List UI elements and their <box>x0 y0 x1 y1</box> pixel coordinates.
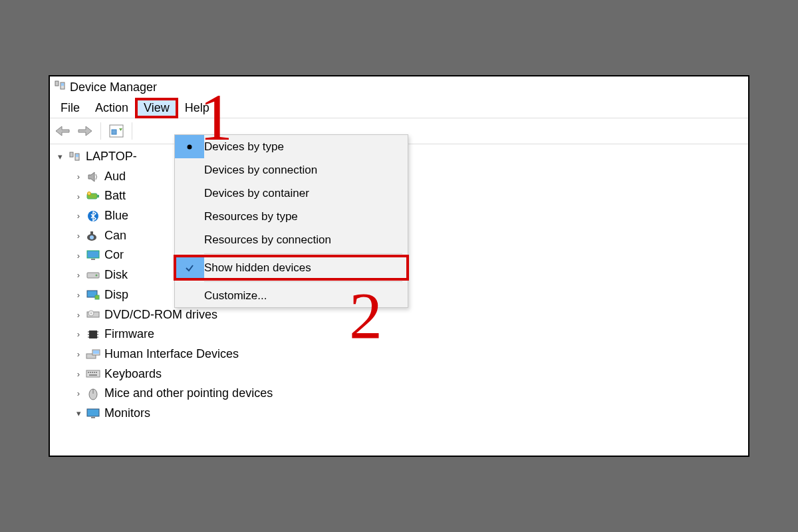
menu-devices-by-type[interactable]: Devices by type <box>175 135 408 158</box>
svg-rect-47 <box>87 409 99 416</box>
tree-item-firmware[interactable]: › Firmware <box>72 325 748 344</box>
svg-rect-44 <box>89 374 97 376</box>
svg-rect-43 <box>96 372 97 373</box>
chevron-right-icon[interactable]: › <box>72 367 84 381</box>
tree-item-label: Keyboards <box>104 364 162 384</box>
svg-point-27 <box>90 313 92 314</box>
svg-rect-40 <box>90 372 91 373</box>
toolbar-separator <box>132 122 132 140</box>
svg-point-14 <box>88 192 91 196</box>
chevron-right-icon[interactable]: › <box>72 327 84 341</box>
monitor-icon <box>86 248 100 263</box>
computer-icon <box>67 150 82 164</box>
svg-rect-8 <box>70 152 73 157</box>
svg-rect-13 <box>97 195 99 198</box>
dvd-icon <box>86 307 100 322</box>
chevron-right-icon[interactable]: › <box>72 170 84 184</box>
chevron-down-icon[interactable]: ▾ <box>54 150 66 164</box>
menu-resources-by-connection[interactable]: Resources by connection <box>175 228 408 251</box>
forward-button[interactable] <box>75 121 95 141</box>
chevron-right-icon[interactable]: › <box>72 209 84 223</box>
tree-item-monitors[interactable]: ▾ Monitors <box>72 404 748 424</box>
svg-rect-10 <box>76 154 78 157</box>
toolbar-separator <box>100 122 101 140</box>
menu-item-label: Show hidden devices <box>204 261 311 275</box>
device-manager-window: Device Manager File Action View Help <box>49 75 749 457</box>
checkmark-icon <box>175 256 204 279</box>
svg-rect-41 <box>92 372 93 373</box>
chevron-down-icon[interactable]: ▾ <box>72 406 84 420</box>
mouse-icon <box>86 386 100 401</box>
svg-rect-39 <box>88 372 89 373</box>
svg-rect-0 <box>55 81 59 86</box>
menu-devices-by-container[interactable]: Devices by container <box>175 182 408 205</box>
chevron-right-icon[interactable]: › <box>72 288 84 302</box>
svg-rect-18 <box>90 231 93 235</box>
menu-separator <box>204 253 402 254</box>
menu-item-label: Customize... <box>204 289 267 303</box>
menu-action[interactable]: Action <box>88 100 135 116</box>
svg-rect-28 <box>89 331 97 338</box>
tree-item-mice[interactable]: › Mice and other pointing devices <box>72 384 748 404</box>
chevron-right-icon[interactable]: › <box>72 347 84 361</box>
menu-help[interactable]: Help <box>178 100 216 116</box>
svg-rect-37 <box>93 350 99 354</box>
window-title: Device Manager <box>70 80 157 94</box>
svg-point-49 <box>188 144 192 149</box>
display-adapter-icon <box>86 288 100 303</box>
svg-rect-2 <box>61 83 64 86</box>
chevron-right-icon[interactable]: › <box>72 268 84 282</box>
speaker-icon <box>86 170 100 184</box>
chevron-right-icon[interactable]: › <box>72 190 84 203</box>
svg-marker-11 <box>88 172 94 182</box>
view-menu-dropdown: Devices by type Devices by connection De… <box>174 134 408 308</box>
tree-item-hid[interactable]: › Human Interface Devices <box>72 344 748 364</box>
monitor-icon <box>86 406 100 421</box>
svg-point-17 <box>90 235 94 239</box>
menu-view[interactable]: View <box>137 100 176 116</box>
svg-point-22 <box>96 274 98 276</box>
menu-file[interactable]: File <box>54 100 86 116</box>
firmware-icon <box>86 327 100 342</box>
radio-dot-icon <box>175 135 204 158</box>
battery-icon <box>86 189 100 203</box>
svg-rect-19 <box>87 251 99 258</box>
menu-item-label: Devices by connection <box>204 164 317 177</box>
menu-resources-by-type[interactable]: Resources by type <box>175 205 408 228</box>
disk-icon <box>86 268 100 283</box>
tree-item-keyboards[interactable]: › Keyboards <box>72 364 748 384</box>
tree-item-label: Firmware <box>104 325 154 344</box>
menu-separator <box>204 281 402 282</box>
camera-icon <box>86 229 100 243</box>
svg-marker-3 <box>56 126 69 136</box>
menu-item-label: Devices by type <box>204 140 284 154</box>
titlebar: Device Manager <box>50 76 748 98</box>
chevron-right-icon[interactable]: › <box>72 249 84 263</box>
bluetooth-icon <box>86 209 100 223</box>
hid-icon <box>86 347 100 362</box>
keyboard-icon <box>86 366 100 381</box>
chevron-right-icon[interactable]: › <box>72 229 84 243</box>
back-button[interactable] <box>53 121 72 141</box>
tree-item-label: Human Interface Devices <box>104 344 239 364</box>
svg-marker-4 <box>78 126 92 136</box>
svg-rect-24 <box>95 295 99 299</box>
chevron-right-icon[interactable]: › <box>72 308 84 322</box>
svg-rect-42 <box>94 372 95 373</box>
svg-rect-6 <box>112 130 116 134</box>
menu-item-label: Resources by type <box>204 210 298 223</box>
chevron-right-icon[interactable]: › <box>72 386 84 400</box>
svg-rect-38 <box>86 370 100 377</box>
tree-item-label: Monitors <box>104 404 150 424</box>
menu-customize[interactable]: Customize... <box>175 284 408 307</box>
device-manager-icon <box>54 80 66 95</box>
menu-item-label: Resources by connection <box>204 233 331 247</box>
menubar: File Action View Help <box>50 98 748 118</box>
menu-devices-by-connection[interactable]: Devices by connection <box>175 158 408 182</box>
show-hide-tree-button[interactable] <box>106 121 126 141</box>
svg-rect-20 <box>91 259 95 260</box>
tree-item-label: Mice and other pointing devices <box>104 384 273 404</box>
menu-show-hidden-devices[interactable]: Show hidden devices <box>175 256 408 279</box>
svg-rect-48 <box>91 417 95 418</box>
menu-item-label: Devices by container <box>204 187 309 200</box>
